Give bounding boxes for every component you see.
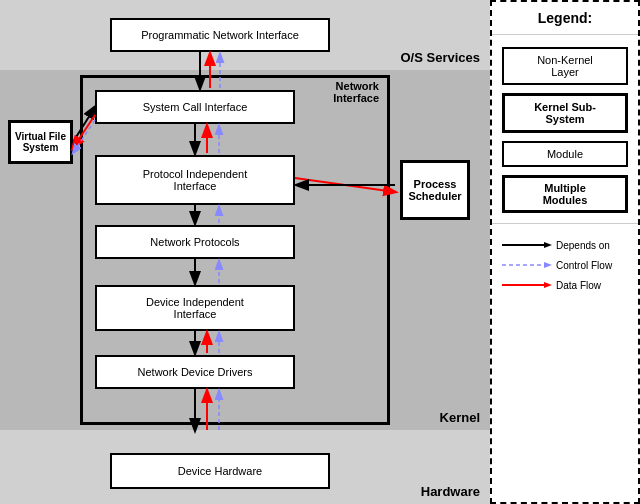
depends-arrow-icon: [502, 238, 552, 252]
vfs-label: Virtual FileSystem: [15, 131, 66, 153]
data-flow-arrow-icon: [502, 278, 552, 292]
left-panel: O/S Services Kernel Hardware Programmati…: [0, 0, 490, 504]
legend-item-multi: MultipleModules: [502, 175, 628, 213]
pii-label: Protocol IndependentInterface: [143, 168, 248, 192]
pni-label: Programmatic Network Interface: [141, 29, 299, 41]
legend-multi-label: MultipleModules: [543, 182, 588, 206]
sci-label: System Call Interface: [143, 101, 248, 113]
main-container: O/S Services Kernel Hardware Programmati…: [0, 0, 640, 504]
legend-title: Legend:: [492, 2, 638, 35]
kernel-label: Kernel: [440, 410, 480, 425]
dh-label: Device Hardware: [178, 465, 262, 477]
dii-label: Device IndependentInterface: [146, 296, 244, 320]
legend-nonkernel-label: Non-KernelLayer: [537, 54, 593, 78]
legend-arrow-control: Control Flow: [502, 258, 628, 272]
legend-item-nonkernel: Non-KernelLayer: [502, 47, 628, 85]
dh-box: Device Hardware: [110, 453, 330, 489]
ndd-box: Network Device Drivers: [95, 355, 295, 389]
os-label: O/S Services: [401, 50, 481, 65]
depends-label: Depends on: [556, 240, 610, 251]
np-label: Network Protocols: [150, 236, 239, 248]
control-flow-arrow-icon: [502, 258, 552, 272]
svg-marker-22: [544, 242, 552, 248]
sci-box: System Call Interface: [95, 90, 295, 124]
ps-box: ProcessScheduler: [400, 160, 470, 220]
legend-item-module: Module: [502, 141, 628, 167]
hardware-label: Hardware: [421, 484, 480, 499]
legend-arrow-data: Data Flow: [502, 278, 628, 292]
legend-arrow-depends: Depends on: [502, 238, 628, 252]
control-label: Control Flow: [556, 260, 612, 271]
legend-kernel-label: Kernel Sub-System: [534, 101, 596, 125]
ps-label: ProcessScheduler: [408, 178, 461, 202]
pni-box: Programmatic Network Interface: [110, 18, 330, 52]
legend-panel: Legend: Non-KernelLayer Kernel Sub-Syste…: [490, 0, 640, 504]
np-box: Network Protocols: [95, 225, 295, 259]
svg-marker-24: [544, 262, 552, 268]
legend-module-label: Module: [547, 148, 583, 160]
data-label: Data Flow: [556, 280, 601, 291]
legend-item-multi-wrapper: MultipleModules: [502, 175, 628, 213]
dii-box: Device IndependentInterface: [95, 285, 295, 331]
pii-box: Protocol IndependentInterface: [95, 155, 295, 205]
network-interface-label: NetworkInterface: [333, 80, 379, 104]
ndd-label: Network Device Drivers: [138, 366, 253, 378]
svg-marker-26: [544, 282, 552, 288]
vfs-box: Virtual FileSystem: [8, 120, 73, 164]
legend-item-kernel: Kernel Sub-System: [502, 93, 628, 133]
